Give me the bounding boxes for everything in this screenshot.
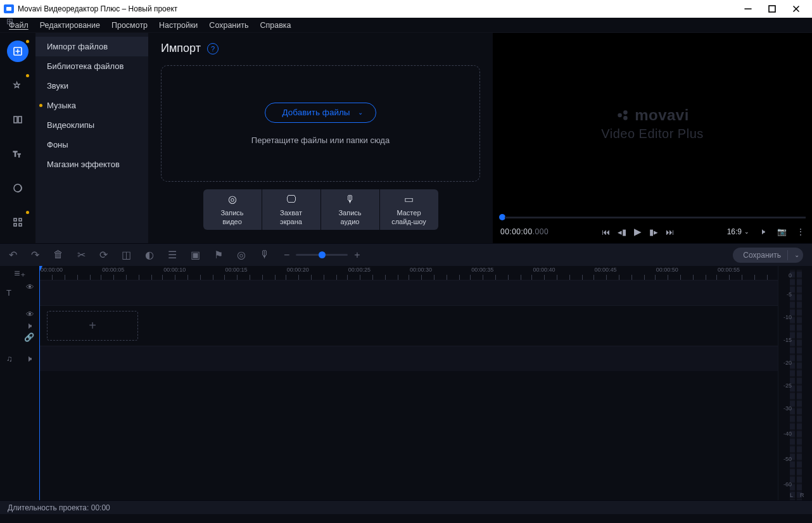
capture-video-button[interactable]: ◎ Запись видео: [203, 189, 262, 230]
visibility-icon[interactable]: 👁: [26, 310, 34, 319]
db-label: -5: [787, 291, 792, 298]
db-label: -20: [783, 360, 792, 366]
transition-wizard-button[interactable]: ▣: [191, 249, 200, 261]
menu-edit[interactable]: Редактирование: [40, 21, 100, 30]
svg-point-11: [618, 113, 622, 117]
preview-menu-icon[interactable]: ⋮: [797, 227, 804, 236]
zoom-thumb[interactable]: [319, 251, 326, 258]
add-files-button[interactable]: Добавить файлы ⌄: [265, 103, 376, 123]
audio-track-icon: ♫: [6, 354, 13, 363]
microphone-icon: 🎙: [345, 193, 355, 206]
capture-audio-button[interactable]: 🎙 Запись аудио: [321, 189, 379, 230]
minimize-button[interactable]: [736, 0, 760, 18]
sidebar-item-label: Импорт файлов: [47, 42, 108, 51]
rail-import-button[interactable]: [7, 41, 29, 62]
add-files-label: Добавить файлы: [282, 108, 350, 117]
timeline-track-titles[interactable]: [39, 280, 778, 305]
drop-zone[interactable]: Добавить файлы ⌄ Перетащите файлы или па…: [161, 65, 480, 182]
crop-button[interactable]: ◫: [122, 249, 131, 261]
seek-track[interactable]: [505, 217, 806, 218]
zoom-in-button[interactable]: +: [354, 249, 360, 261]
maximize-button[interactable]: [760, 0, 784, 18]
empty-clip-slot[interactable]: +: [47, 311, 138, 341]
visibility-icon[interactable]: 👁: [26, 282, 34, 292]
svg-text:T: T: [18, 153, 21, 158]
ruler-tick: 00:00:05: [101, 266, 162, 280]
undo-button[interactable]: ↶: [9, 249, 17, 261]
sidebar-item-music[interactable]: Музыка: [35, 96, 148, 115]
preview-seekbar[interactable]: [493, 214, 812, 220]
menu-view[interactable]: Просмотр: [111, 21, 148, 30]
sidebar: Импорт файлов Библиотека файлов Звуки Му…: [35, 33, 148, 243]
chevron-down-icon[interactable]: ⌄: [794, 251, 799, 258]
capture-label: Запись аудио: [338, 209, 361, 227]
timeline-track-video[interactable]: +: [39, 305, 778, 346]
record-video-button[interactable]: ◎: [237, 249, 246, 261]
next-frame-button[interactable]: ▮▸: [649, 227, 658, 237]
tool-rail: TT: [0, 33, 35, 243]
menu-save[interactable]: Сохранить: [209, 21, 248, 30]
rotate-button[interactable]: ⟳: [99, 249, 108, 261]
aspect-ratio-selector[interactable]: 16:9⌄: [727, 227, 749, 236]
play-button[interactable]: ▶: [634, 226, 642, 237]
snapshot-icon[interactable]: 📷: [777, 227, 787, 236]
svg-rect-7: [14, 218, 16, 221]
sidebar-item-sounds[interactable]: Звуки: [35, 76, 148, 96]
add-track-button[interactable]: ≡₊: [0, 266, 39, 280]
prev-clip-button[interactable]: ⏮: [602, 227, 610, 237]
next-clip-button[interactable]: ⏭: [666, 227, 674, 237]
track-header-titles[interactable]: T 👁: [0, 280, 39, 305]
timeline-ruler[interactable]: 00:00:0000:00:0500:00:1000:00:1500:00:20…: [39, 266, 778, 280]
duration-label: Длительность проекта:: [8, 503, 89, 512]
save-export-button[interactable]: Сохранить ⌄: [733, 248, 803, 263]
movavi-logo-icon: [616, 108, 630, 122]
sidebar-item-backgrounds[interactable]: Фоны: [35, 135, 148, 154]
rail-stickers-button[interactable]: [7, 177, 29, 199]
timeline[interactable]: 00:00:0000:00:0500:00:1000:00:1500:00:20…: [39, 266, 778, 500]
audio-meter: 0-5-10-15-20-25-30-40-50-60 LR: [778, 266, 812, 500]
mute-icon[interactable]: 🕨: [26, 321, 34, 331]
brand-text: movavi: [635, 106, 689, 124]
rail-titles-button[interactable]: TT: [7, 143, 29, 165]
sidebar-item-import-files[interactable]: Импорт файлов: [35, 37, 148, 56]
cut-button[interactable]: ✂: [77, 249, 86, 261]
zoom-slider[interactable]: [296, 254, 348, 256]
color-adjust-button[interactable]: ◐: [145, 249, 154, 261]
capture-screen-button[interactable]: 🖵 Захват экрана: [262, 189, 320, 230]
chevron-down-icon: ⌄: [358, 109, 363, 116]
close-button[interactable]: [784, 0, 808, 18]
redo-button[interactable]: ↷: [31, 249, 39, 261]
rail-transitions-button[interactable]: [7, 109, 29, 130]
volume-icon[interactable]: 🕨: [759, 227, 767, 236]
track-header-audio[interactable]: 🕨 ♫: [0, 346, 39, 371]
timeline-zoom: − +: [284, 249, 360, 261]
marker-button[interactable]: ⚑: [214, 249, 223, 261]
sidebar-item-file-library[interactable]: Библиотека файлов: [35, 56, 148, 76]
slideshow-wizard-button[interactable]: ▭ Мастер слайд-шоу: [380, 189, 438, 230]
ruler-tick: 00:00:55: [716, 266, 778, 280]
prev-frame-button[interactable]: ◂▮: [618, 227, 626, 237]
track-header-video[interactable]: 👁 🕨 🔗 ⊞: [0, 305, 39, 346]
link-icon[interactable]: 🔗: [24, 332, 34, 342]
monitor-icon: 🖵: [286, 193, 296, 206]
db-label: -40: [783, 431, 792, 437]
timeline-track-audio[interactable]: [39, 346, 778, 371]
rail-filters-button[interactable]: [7, 75, 29, 96]
sidebar-item-videoclips[interactable]: Видеоклипы: [35, 115, 148, 135]
record-voice-button[interactable]: 🎙: [260, 249, 270, 261]
sidebar-item-effects-store[interactable]: Магазин эффектов: [35, 154, 148, 174]
rail-more-button[interactable]: [7, 211, 29, 233]
delete-button[interactable]: 🗑: [53, 249, 63, 261]
clip-properties-button[interactable]: ☰: [168, 249, 177, 261]
mute-icon[interactable]: 🕨: [26, 354, 34, 363]
menu-bar: Файл Редактирование Просмотр Настройки С…: [0, 18, 812, 33]
svg-rect-2: [14, 117, 17, 123]
svg-point-12: [623, 110, 628, 115]
menu-settings[interactable]: Настройки: [159, 21, 198, 30]
sidebar-item-label: Музыка: [47, 101, 76, 110]
webcam-icon: ◎: [228, 193, 237, 206]
zoom-out-button[interactable]: −: [284, 249, 289, 261]
menu-help[interactable]: Справка: [260, 21, 291, 30]
help-icon[interactable]: ?: [207, 43, 219, 54]
ruler-tick: 00:00:15: [224, 266, 286, 280]
